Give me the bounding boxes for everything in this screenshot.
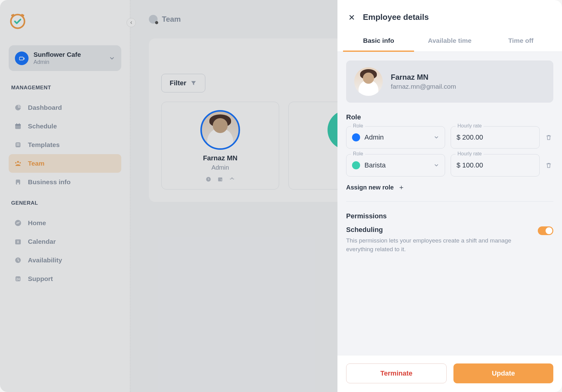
drawer-title: Employee details [363, 12, 429, 22]
permission-description: This permission lets your employees crea… [346, 236, 532, 253]
role-row: Role Barista Hourly rate $ 100.00 [346, 154, 553, 176]
permission-row: Scheduling This permission lets your emp… [346, 226, 553, 253]
assign-label: Assign new role [346, 184, 394, 191]
rate-field[interactable]: Hourly rate $ 200.00 [451, 126, 540, 149]
scheduling-toggle[interactable] [538, 226, 553, 235]
profile-name: Farnaz MN [391, 73, 456, 82]
role-section-heading: Role [346, 113, 553, 121]
employee-details-drawer: Employee details Basic info Available ti… [337, 0, 562, 392]
update-button[interactable]: Update [453, 363, 553, 383]
trash-icon[interactable] [545, 134, 553, 141]
field-label: Role [351, 123, 365, 129]
role-color-dot [352, 161, 360, 169]
permission-title: Scheduling [346, 226, 532, 234]
rate-value: $ 100.00 [457, 161, 483, 169]
drawer-tabs: Basic info Available time Time off [337, 31, 562, 52]
tab-available-time[interactable]: Available time [414, 31, 485, 51]
terminate-button[interactable]: Terminate [346, 363, 447, 383]
rate-value: $ 200.00 [457, 133, 483, 141]
trash-icon[interactable] [545, 162, 553, 169]
rate-field[interactable]: Hourly rate $ 100.00 [451, 154, 540, 176]
role-field[interactable]: Role Barista [346, 154, 445, 176]
drawer-header: Employee details [337, 0, 562, 31]
profile-card: Farnaz MN farnaz.mn@gmail.com [346, 60, 553, 103]
tab-basic-info[interactable]: Basic info [343, 31, 414, 52]
field-label: Hourly rate [456, 151, 484, 157]
drawer-footer: Terminate Update [337, 355, 562, 392]
profile-email: farnaz.mn@gmail.com [391, 83, 456, 90]
chevron-down-icon [434, 135, 439, 140]
role-color-dot [352, 133, 360, 141]
avatar [354, 67, 383, 96]
button-label: Terminate [380, 369, 413, 377]
field-label: Role [351, 151, 365, 157]
tab-time-off[interactable]: Time off [485, 31, 556, 51]
role-name: Admin [364, 133, 384, 141]
close-icon[interactable] [348, 14, 355, 21]
drawer-body: Farnaz MN farnaz.mn@gmail.com Role Role … [337, 52, 562, 355]
permissions-heading: Permissions [346, 212, 553, 220]
field-label: Hourly rate [456, 123, 484, 129]
chevron-down-icon [434, 163, 439, 168]
assign-new-role-button[interactable]: Assign new role ＋ [346, 183, 553, 192]
button-label: Update [492, 369, 515, 377]
plus-icon: ＋ [398, 183, 405, 192]
role-row: Role Admin Hourly rate $ 200.00 [346, 126, 553, 149]
role-name: Barista [364, 161, 386, 169]
divider [346, 201, 553, 202]
role-field[interactable]: Role Admin [346, 126, 445, 149]
